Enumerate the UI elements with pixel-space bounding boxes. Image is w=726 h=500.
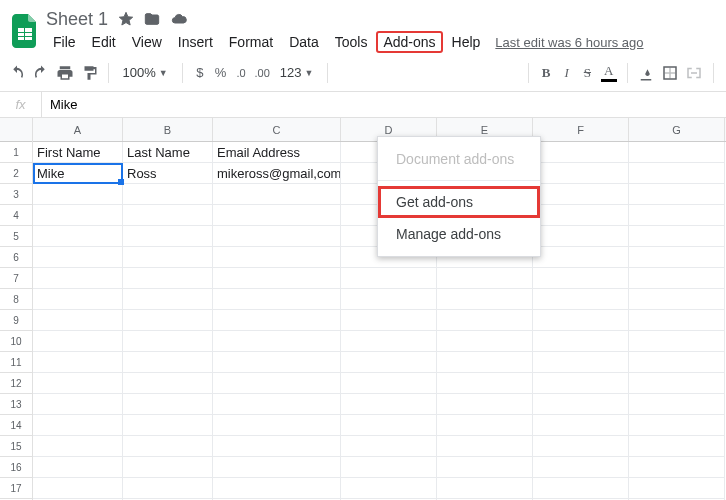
- column-header-C[interactable]: C: [213, 118, 341, 141]
- cell[interactable]: [123, 394, 213, 415]
- cell[interactable]: [33, 478, 123, 499]
- cell[interactable]: [123, 310, 213, 331]
- cell[interactable]: [629, 394, 725, 415]
- cell[interactable]: [213, 352, 341, 373]
- fill-color-button[interactable]: [637, 59, 655, 87]
- row-header[interactable]: 5: [0, 226, 32, 247]
- text-color-button[interactable]: A: [601, 59, 617, 87]
- row-header[interactable]: 3: [0, 184, 32, 205]
- cell[interactable]: Last Name: [123, 142, 213, 163]
- row-header[interactable]: 2: [0, 163, 32, 184]
- column-header-F[interactable]: F: [533, 118, 629, 141]
- cell[interactable]: [533, 247, 629, 268]
- cell[interactable]: [533, 268, 629, 289]
- row-header[interactable]: 11: [0, 352, 32, 373]
- undo-button[interactable]: [8, 59, 26, 87]
- cell[interactable]: [629, 436, 725, 457]
- cell[interactable]: [123, 331, 213, 352]
- cell[interactable]: [213, 226, 341, 247]
- cloud-status-icon[interactable]: [170, 11, 188, 27]
- row-header[interactable]: 14: [0, 415, 32, 436]
- bold-button[interactable]: B: [539, 59, 554, 87]
- cell[interactable]: [123, 226, 213, 247]
- borders-button[interactable]: [661, 59, 679, 87]
- cell[interactable]: [33, 268, 123, 289]
- menu-view[interactable]: View: [125, 31, 169, 53]
- cell[interactable]: [629, 184, 725, 205]
- italic-button[interactable]: I: [559, 59, 574, 87]
- cell[interactable]: [213, 415, 341, 436]
- menu-edit[interactable]: Edit: [85, 31, 123, 53]
- cell[interactable]: [123, 247, 213, 268]
- cell[interactable]: [33, 331, 123, 352]
- cell[interactable]: [533, 478, 629, 499]
- cell[interactable]: [123, 352, 213, 373]
- menu-format[interactable]: Format: [222, 31, 280, 53]
- cell[interactable]: First Name: [33, 142, 123, 163]
- cell[interactable]: [33, 373, 123, 394]
- row-header[interactable]: 4: [0, 205, 32, 226]
- cell[interactable]: [33, 226, 123, 247]
- row-header[interactable]: 17: [0, 478, 32, 499]
- row-header[interactable]: 7: [0, 268, 32, 289]
- cell[interactable]: [213, 247, 341, 268]
- menu-file[interactable]: File: [46, 31, 83, 53]
- cell[interactable]: [629, 289, 725, 310]
- cell[interactable]: [341, 373, 437, 394]
- cell[interactable]: [629, 310, 725, 331]
- cell[interactable]: [629, 373, 725, 394]
- cell[interactable]: [533, 205, 629, 226]
- dropdown-get-addons[interactable]: Get add-ons: [378, 186, 540, 218]
- menu-data[interactable]: Data: [282, 31, 326, 53]
- cell[interactable]: [533, 142, 629, 163]
- cell[interactable]: [629, 247, 725, 268]
- cell[interactable]: [629, 226, 725, 247]
- format-currency-button[interactable]: $: [192, 59, 207, 87]
- menu-addons[interactable]: Add-ons: [376, 31, 442, 53]
- cell[interactable]: [533, 352, 629, 373]
- row-header[interactable]: 13: [0, 394, 32, 415]
- cell[interactable]: mikeross@gmail,com: [213, 163, 341, 184]
- menu-tools[interactable]: Tools: [328, 31, 375, 53]
- cell[interactable]: [629, 142, 725, 163]
- cell[interactable]: [437, 289, 533, 310]
- row-header[interactable]: 16: [0, 457, 32, 478]
- cell[interactable]: [123, 436, 213, 457]
- row-header[interactable]: 6: [0, 247, 32, 268]
- zoom-select[interactable]: 100%▼: [119, 65, 172, 80]
- cell[interactable]: [437, 394, 533, 415]
- cell[interactable]: [213, 289, 341, 310]
- column-header-G[interactable]: G: [629, 118, 725, 141]
- more-formats-button[interactable]: 123▼: [276, 65, 318, 80]
- cell[interactable]: [123, 373, 213, 394]
- cell[interactable]: [341, 436, 437, 457]
- doc-title[interactable]: Sheet 1: [46, 9, 108, 30]
- cell[interactable]: [629, 331, 725, 352]
- cell[interactable]: [437, 373, 533, 394]
- format-percent-button[interactable]: %: [213, 59, 228, 87]
- dropdown-manage-addons[interactable]: Manage add-ons: [378, 218, 540, 250]
- cell[interactable]: [213, 436, 341, 457]
- cell[interactable]: [533, 289, 629, 310]
- cell[interactable]: [341, 478, 437, 499]
- cell[interactable]: [123, 205, 213, 226]
- redo-button[interactable]: [32, 59, 50, 87]
- cell[interactable]: [533, 184, 629, 205]
- cell[interactable]: [533, 163, 629, 184]
- cell[interactable]: [33, 457, 123, 478]
- strikethrough-button[interactable]: S: [580, 59, 595, 87]
- cell[interactable]: [629, 415, 725, 436]
- row-header[interactable]: 1: [0, 142, 32, 163]
- cell[interactable]: [33, 310, 123, 331]
- column-header-B[interactable]: B: [123, 118, 213, 141]
- row-header[interactable]: 8: [0, 289, 32, 310]
- print-button[interactable]: [56, 59, 74, 87]
- cell[interactable]: [341, 310, 437, 331]
- cell[interactable]: [33, 436, 123, 457]
- cell[interactable]: [341, 331, 437, 352]
- cell[interactable]: [437, 352, 533, 373]
- cell[interactable]: [341, 394, 437, 415]
- row-header[interactable]: 10: [0, 331, 32, 352]
- cell[interactable]: [629, 478, 725, 499]
- cell[interactable]: [437, 310, 533, 331]
